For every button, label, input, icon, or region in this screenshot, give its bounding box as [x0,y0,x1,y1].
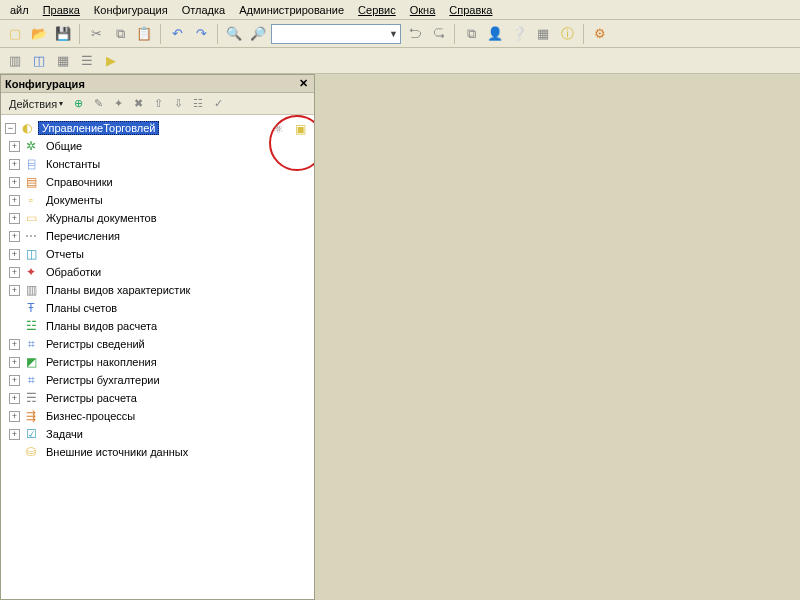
expander-icon[interactable]: + [9,339,20,350]
expander-icon[interactable]: + [9,393,20,404]
expander-icon[interactable]: + [9,357,20,368]
find-icon[interactable]: 🔍 [223,23,245,45]
tree-item-label[interactable]: Регистры бухгалтерии [42,373,164,387]
run-user-icon[interactable]: 👤 [484,23,506,45]
expander-icon[interactable]: + [9,213,20,224]
expander-icon[interactable]: + [9,231,20,242]
tree-item-label[interactable]: Регистры сведений [42,337,149,351]
tree-item-label[interactable]: Внешние источники данных [42,445,192,459]
wand-icon[interactable]: ✦ [109,95,127,113]
cut-icon[interactable]: ✂ [85,23,107,45]
tree-item[interactable]: +⌸Константы [3,155,312,173]
tree-item[interactable]: +⌗Регистры бухгалтерии [3,371,312,389]
menu-help[interactable]: Справка [443,2,498,18]
zoom-icon[interactable]: 🔎 [247,23,269,45]
tree-item-label[interactable]: Планы счетов [42,301,121,315]
new-file-icon[interactable]: ▢ [4,23,26,45]
step-prev-icon[interactable]: ⮌ [403,23,425,45]
tree-float-struct-icon[interactable]: ⚛ [270,121,286,137]
tree-item[interactable]: +▫Документы [3,191,312,209]
tree-item-label[interactable]: Справочники [42,175,117,189]
expander-icon[interactable]: + [9,429,20,440]
paste-icon[interactable]: 📋 [133,23,155,45]
step-next-icon[interactable]: ⮎ [427,23,449,45]
tree-item[interactable]: +☑Задачи [3,425,312,443]
tree-float-cube-icon[interactable]: ▣ [292,121,308,137]
menu-service[interactable]: Сервис [352,2,402,18]
tree-item[interactable]: +⇶Бизнес-процессы [3,407,312,425]
tree-item[interactable]: +◩Регистры накопления [3,353,312,371]
tree-icon[interactable]: ☰ [76,50,98,72]
tree-item-label[interactable]: Перечисления [42,229,124,243]
menu-debug[interactable]: Отладка [176,2,231,18]
actions-menu[interactable]: Действия ▾ [5,96,67,112]
app-icon[interactable]: ◫ [28,50,50,72]
expander-icon[interactable]: + [9,267,20,278]
tree-item-label[interactable]: Обработки [42,265,105,279]
tree-item-label[interactable]: Бизнес-процессы [42,409,139,423]
tree-item[interactable]: ŦПланы счетов [3,299,312,317]
redo-icon[interactable]: ↷ [190,23,212,45]
menu-file[interactable]: айл [4,2,35,18]
delete-icon[interactable]: ✖ [129,95,147,113]
copy-obj-icon[interactable]: ⧉ [460,23,482,45]
tree-item[interactable]: ⛁Внешние источники данных [3,443,312,461]
expander-icon[interactable]: − [5,123,16,134]
tree-root-label[interactable]: УправлениеТорговлей [38,121,159,135]
module-icon[interactable]: ▦ [532,23,554,45]
undo-icon[interactable]: ↶ [166,23,188,45]
config-warn-icon[interactable]: ⚙ [589,23,611,45]
tree-item[interactable]: +⋯Перечисления [3,227,312,245]
save-icon[interactable]: 💾 [52,23,74,45]
filter-icon[interactable]: ✓ [209,95,227,113]
sort-icon[interactable]: ☷ [189,95,207,113]
close-icon[interactable]: ✕ [296,77,310,91]
expander-icon[interactable]: + [9,159,20,170]
help-q-icon[interactable]: ❔ [508,23,530,45]
tree-item[interactable]: +▤Справочники [3,173,312,191]
enum-icon: ⋯ [23,228,39,244]
tree-item[interactable]: ☳Планы видов расчета [3,317,312,335]
play-menu-icon[interactable]: ▶ [100,50,122,72]
tree-item[interactable]: +▥Планы видов характеристик [3,281,312,299]
sql-icon[interactable]: ▥ [4,50,26,72]
expander-icon[interactable]: + [9,285,20,296]
menu-edit[interactable]: Правка [37,2,86,18]
tree-item-label[interactable]: Журналы документов [42,211,161,225]
tree-item-label[interactable]: Планы видов расчета [42,319,161,333]
grid-icon[interactable]: ▦ [52,50,74,72]
tree-item-label[interactable]: Константы [42,157,104,171]
tree-item-label[interactable]: Общие [42,139,86,153]
expander-icon[interactable]: + [9,375,20,386]
tree-item[interactable]: +⌗Регистры сведений [3,335,312,353]
expander-icon[interactable]: + [9,249,20,260]
expander-icon[interactable]: + [9,411,20,422]
tree-item-label[interactable]: Регистры расчета [42,391,141,405]
tree-item[interactable]: +✲Общие [3,137,312,155]
expander-icon[interactable]: + [9,141,20,152]
tree-item[interactable]: +✦Обработки [3,263,312,281]
up-icon[interactable]: ⇧ [149,95,167,113]
tree-item[interactable]: +◫Отчеты [3,245,312,263]
info-icon[interactable]: ⓘ [556,23,578,45]
edit-icon[interactable]: ✎ [89,95,107,113]
expander-icon[interactable]: + [9,195,20,206]
add-icon[interactable]: ⊕ [69,95,87,113]
open-file-icon[interactable]: 📂 [28,23,50,45]
menu-admin[interactable]: Администрирование [233,2,350,18]
tree-item[interactable]: +▭Журналы документов [3,209,312,227]
tree-item-label[interactable]: Планы видов характеристик [42,283,194,297]
tree-item[interactable]: +☴Регистры расчета [3,389,312,407]
search-combo[interactable]: ▼ [271,24,401,44]
tree-item-label[interactable]: Задачи [42,427,87,441]
tree-item-label[interactable]: Отчеты [42,247,88,261]
tree-item-label[interactable]: Регистры накопления [42,355,161,369]
menu-config[interactable]: Конфигурация [88,2,174,18]
menu-windows[interactable]: Окна [404,2,442,18]
tree-item-label[interactable]: Документы [42,193,107,207]
accum-icon: ◩ [23,354,39,370]
down-icon[interactable]: ⇩ [169,95,187,113]
copy-icon[interactable]: ⧉ [109,23,131,45]
tree-root-row[interactable]: − ◐ УправлениеТорговлей [3,119,312,137]
expander-icon[interactable]: + [9,177,20,188]
